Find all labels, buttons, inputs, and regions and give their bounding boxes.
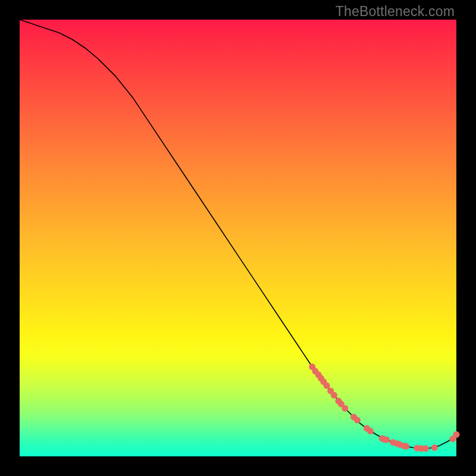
data-marker xyxy=(367,428,374,434)
data-marker xyxy=(324,383,330,389)
data-marker xyxy=(342,405,348,412)
bottleneck-curve-line xyxy=(20,20,456,449)
data-marker xyxy=(383,437,390,443)
data-marker xyxy=(331,392,337,399)
chart-frame: TheBottleneck.com xyxy=(0,0,476,476)
data-marker xyxy=(453,431,460,438)
data-marker xyxy=(354,417,361,424)
data-marker xyxy=(422,445,429,452)
data-marker xyxy=(403,443,409,450)
data-marker xyxy=(431,444,438,451)
data-markers xyxy=(309,364,459,452)
chart-svg xyxy=(20,20,456,456)
attribution-text: TheBottleneck.com xyxy=(336,4,455,20)
